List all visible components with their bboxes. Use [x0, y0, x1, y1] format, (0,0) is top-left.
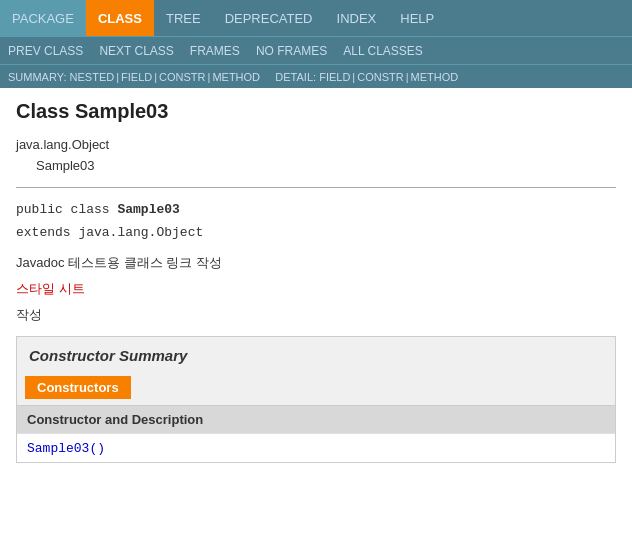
all-classes-link[interactable]: ALL CLASSES: [343, 44, 423, 58]
nav-deprecated[interactable]: DEPRECATED: [213, 0, 325, 36]
style-link[interactable]: 스타일 시트: [16, 280, 616, 298]
nav-package[interactable]: PACKAGE: [0, 0, 86, 36]
summary-constr-link[interactable]: CONSTR: [159, 71, 205, 83]
summary-field-link[interactable]: FIELD: [121, 71, 152, 83]
declaration-line2: extends java.lang.Object: [16, 221, 616, 244]
declaration-classname: Sample03: [117, 202, 179, 217]
constructors-tab-wrapper: Constructors: [17, 372, 615, 405]
table-row: Sample03(): [17, 433, 615, 462]
declaration-line1: public class Sample03: [16, 198, 616, 221]
next-class-link[interactable]: NEXT CLASS: [99, 44, 173, 58]
constructors-tab[interactable]: Constructors: [25, 376, 131, 399]
summary-label: SUMMARY:: [8, 71, 66, 83]
detail-field-link[interactable]: FIELD: [319, 71, 350, 83]
constructor-summary-section: Constructor Summary Constructors Constru…: [16, 336, 616, 463]
top-nav: PACKAGE CLASS TREE DEPRECATED INDEX HELP: [0, 0, 632, 36]
divider: [16, 187, 616, 188]
declaration-prefix: public class: [16, 202, 117, 217]
author-text: 작성: [16, 306, 616, 324]
javadoc-description: Javadoc 테스트용 클래스 링크 작성: [16, 254, 616, 272]
sep1: |: [116, 71, 119, 83]
nav-tree[interactable]: TREE: [154, 0, 213, 36]
child-class: Sample03: [16, 156, 616, 177]
sep3: |: [208, 71, 211, 83]
spacer: [260, 71, 275, 83]
detail-method-link[interactable]: METHOD: [411, 71, 459, 83]
inheritance-tree: java.lang.Object Sample03: [16, 135, 616, 177]
summary-detail-nav: SUMMARY: NESTED | FIELD | CONSTR | METHO…: [0, 64, 632, 88]
nav-help[interactable]: HELP: [388, 0, 446, 36]
constructor-link[interactable]: Sample03(): [27, 441, 105, 456]
prev-class-link[interactable]: PREV CLASS: [8, 44, 83, 58]
sep2: |: [154, 71, 157, 83]
second-nav: PREV CLASS NEXT CLASS FRAMES NO FRAMES A…: [0, 36, 632, 64]
nav-index[interactable]: INDEX: [325, 0, 389, 36]
class-title: Class Sample03: [16, 100, 616, 123]
constructor-table-header: Constructor and Description: [17, 405, 615, 433]
sep5: |: [406, 71, 409, 83]
no-frames-link[interactable]: NO FRAMES: [256, 44, 327, 58]
class-declaration: public class Sample03 extends java.lang.…: [16, 198, 616, 245]
detail-constr-link[interactable]: CONSTR: [357, 71, 403, 83]
main-content: Class Sample03 java.lang.Object Sample03…: [0, 88, 632, 475]
nav-class[interactable]: CLASS: [86, 0, 154, 36]
constructor-summary-title: Constructor Summary: [17, 337, 615, 372]
summary-nested-link[interactable]: NESTED: [70, 71, 115, 83]
parent-class: java.lang.Object: [16, 135, 616, 156]
sep4: |: [352, 71, 355, 83]
summary-method-link[interactable]: METHOD: [212, 71, 260, 83]
frames-link[interactable]: FRAMES: [190, 44, 240, 58]
detail-label: DETAIL:: [275, 71, 316, 83]
